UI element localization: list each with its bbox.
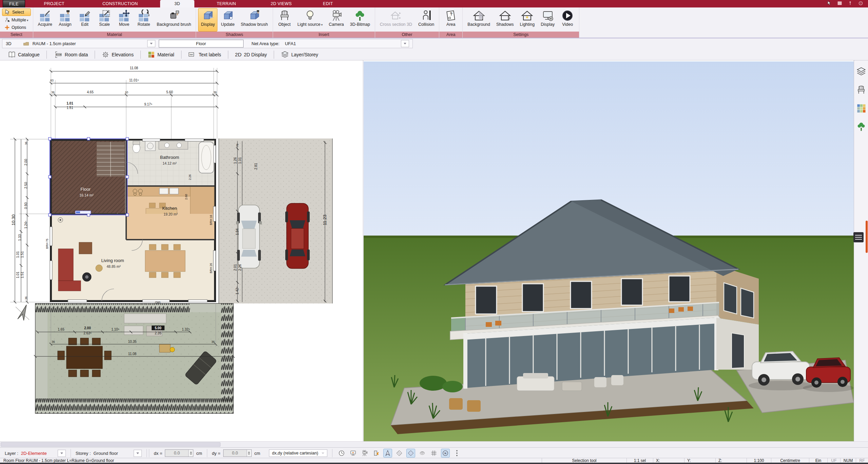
objects-panel-icon[interactable] — [856, 85, 866, 95]
status-scale[interactable]: 1:100 — [747, 458, 771, 463]
hatching-toggle[interactable] — [395, 449, 404, 458]
plan-2d-viewport[interactable]: Bathroom 14.12 m² Floor 16.14 m² Kitchen… — [0, 60, 363, 441]
scale-button[interactable]: Scale — [95, 8, 114, 32]
assign-button[interactable]: Assign — [56, 8, 75, 32]
status-bar: Room Floor RAUM - 1.5cm plaster L=Räume … — [0, 458, 868, 463]
toolbar-overflow-button[interactable] — [452, 449, 461, 458]
dx-spinner[interactable] — [188, 450, 193, 457]
materials-panel-icon[interactable] — [856, 103, 866, 113]
grid-toggle[interactable] — [429, 449, 438, 458]
dx-input[interactable]: 0.0 — [165, 449, 193, 457]
acquire-button[interactable]: Acquire — [35, 8, 55, 32]
view-3d-viewport[interactable] — [364, 60, 854, 443]
options-plus-icon — [4, 25, 10, 30]
floor-selector[interactable]: Floor — [159, 40, 244, 48]
menu-tab-edit[interactable]: EDIT — [314, 0, 342, 7]
pane-splitter-handle[interactable] — [853, 232, 864, 242]
collision-button[interactable]: Collision — [416, 8, 437, 32]
tab-material[interactable]: Material — [142, 50, 180, 59]
lighting-settings-button[interactable]: Lighting — [517, 8, 537, 32]
layers-panel-icon[interactable] — [856, 67, 866, 77]
object-button[interactable]: Object — [275, 8, 294, 32]
select-button[interactable]: Select — [2, 8, 31, 16]
shadow-brush-button[interactable]: Shadow brush — [238, 8, 271, 32]
record-camera-button[interactable] — [360, 449, 369, 458]
video-button[interactable]: Video — [558, 8, 577, 32]
horizontal-scrollbar[interactable] — [0, 441, 868, 447]
menu-tab-terrain[interactable]: TERRAIN — [208, 0, 245, 7]
tab-catalogue[interactable]: Catalogue — [3, 50, 45, 59]
options-button[interactable]: Options — [2, 24, 31, 31]
plan-room-floor-selected[interactable] — [49, 137, 129, 216]
storey-label: Storey : — [76, 451, 91, 456]
layer-value[interactable]: 2D-Elemente — [21, 451, 55, 456]
dimension-label: 1.01 — [16, 251, 20, 258]
display-settings-button[interactable]: Display — [538, 8, 557, 32]
bulb-icon — [304, 10, 316, 22]
edit-button[interactable]: Edit — [75, 8, 94, 32]
status-unit[interactable]: Centimetre — [771, 458, 809, 463]
storey-value[interactable]: Ground floor — [94, 451, 131, 456]
fill-toggle[interactable] — [406, 449, 415, 458]
menu-tab-file[interactable]: FILE — [3, 0, 25, 7]
cross-section-3d-button[interactable]: Cross section 3D — [377, 8, 415, 32]
room-material-value[interactable]: RAUM - 1.5cm plaster — [33, 41, 76, 46]
menu-tab-construction[interactable]: CONSTRUCTION — [94, 0, 147, 7]
room-material-dropdown[interactable] — [147, 40, 155, 47]
dy-spinner[interactable] — [247, 450, 251, 457]
room-label-kitchen: Kitchen — [162, 206, 177, 211]
plan-car-white[interactable] — [236, 205, 262, 268]
layer-dropdown[interactable] — [58, 450, 66, 457]
move-button[interactable]: Move — [115, 8, 134, 32]
light-source-button[interactable]: Light source — [295, 8, 326, 32]
pin-icon[interactable] — [848, 1, 853, 6]
multiple-button[interactable]: Multiple — [2, 17, 31, 23]
net-area-value[interactable]: UFA1 — [285, 41, 296, 46]
area-button[interactable]: ? Area — [441, 8, 460, 32]
tab-2d-display[interactable]: 2D 2D Display — [230, 50, 272, 59]
update-shadows-button[interactable]: Update — [218, 8, 237, 32]
menu-tab-2dviews[interactable]: 2D VIEWS — [262, 0, 301, 7]
room-label-living: Living room — [101, 258, 124, 263]
net-area-dropdown[interactable] — [401, 40, 409, 47]
rotate-button[interactable]: Rotate — [134, 8, 153, 32]
storey-dropdown[interactable] — [134, 450, 142, 457]
history-clock-button[interactable] — [337, 449, 346, 458]
ribbon-group-select: Select Multiple Options Select — [0, 7, 33, 38]
status-tool: Selection tool — [542, 458, 626, 463]
panel-icon[interactable] — [837, 1, 842, 6]
dimension-label: 11.08 — [128, 352, 137, 356]
help-icon[interactable]: ? — [858, 1, 863, 6]
background-brush-button[interactable]: Background brush — [154, 8, 194, 32]
tab-layer-storey[interactable]: Layer/Storey — [275, 50, 324, 59]
tab-text-labels[interactable]: TXT Text labels — [183, 50, 227, 59]
shadows-settings-button[interactable]: Shadows — [494, 8, 516, 32]
plan-car-red[interactable] — [285, 203, 310, 268]
coordinate-mode-dropdown[interactable]: dx,dy (relative cartesian) — [269, 449, 327, 457]
north-circle-toggle[interactable]: N — [441, 449, 450, 458]
bitmap-3d-button[interactable]: 3D-Bitmap — [347, 8, 373, 32]
north-arrow-toggle[interactable] — [383, 449, 392, 458]
export-button[interactable] — [372, 449, 381, 458]
tab-elevations[interactable]: Elevations — [96, 50, 139, 59]
tab-room-data[interactable]: ROOM Room data — [48, 50, 93, 59]
pointer-tool-icon[interactable] — [827, 1, 832, 6]
background-settings-button[interactable]: Background — [465, 8, 493, 32]
multi-select-icon — [4, 17, 10, 23]
right-scrollbar-thumb[interactable] — [866, 221, 868, 253]
svg-text:19.20 m²: 19.20 m² — [163, 212, 178, 216]
plan-garden[interactable] — [35, 303, 233, 413]
horizontal-scrollbar-thumb[interactable] — [1, 442, 220, 447]
render-3d — [364, 61, 854, 442]
screenshot-button[interactable]: ★ — [349, 449, 358, 458]
ribbon-group-settings: Background Shadows Lighting Display Vide… — [463, 7, 579, 38]
menu-tab-project[interactable]: PROJECT — [35, 0, 73, 7]
group-label-info: Area — [439, 32, 462, 38]
display-shadows-button[interactable]: Display — [198, 8, 217, 32]
menu-tab-3d[interactable]: 3D — [160, 0, 194, 7]
camera-button[interactable]: Camera — [326, 8, 346, 32]
contour-toggle[interactable] — [418, 449, 427, 458]
plants-panel-icon[interactable] — [856, 122, 866, 132]
status-num: NUM — [840, 458, 856, 463]
dy-input[interactable]: 0.0 — [223, 449, 252, 457]
